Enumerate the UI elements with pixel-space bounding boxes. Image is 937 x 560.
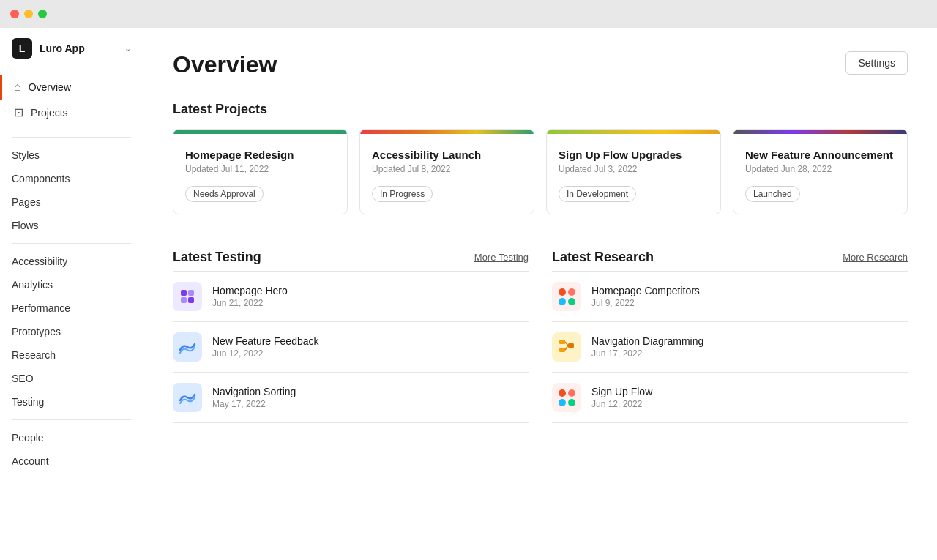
card-date: Updated Jul 11, 2022 <box>185 164 335 174</box>
list-item-info: Homepage Competitors Jul 9, 2022 <box>591 285 700 308</box>
sidebar-item-account[interactable]: Account <box>0 449 143 473</box>
sidebar-item-performance[interactable]: Performance <box>0 296 143 320</box>
project-card-new-feature[interactable]: New Feature Announcement Updated Jun 28,… <box>733 129 908 214</box>
card-title: Homepage Redesign <box>185 149 335 161</box>
sidebar-divider-2 <box>12 243 131 244</box>
latest-testing-title: Latest Testing <box>173 250 261 265</box>
sidebar-item-accessibility[interactable]: Accessibility <box>0 250 143 273</box>
svg-rect-0 <box>181 290 187 296</box>
list-item[interactable]: Navigation Sorting May 17, 2022 <box>173 373 529 422</box>
sidebar-item-overview[interactable]: ⌂ Overview <box>0 75 143 100</box>
card-date: Updated Jul 3, 2022 <box>559 164 709 174</box>
sidebar-item-label: Overview <box>29 81 71 93</box>
project-card-homepage-redesign[interactable]: Homepage Redesign Updated Jul 11, 2022 N… <box>173 129 348 214</box>
list-item-date: Jun 12, 2022 <box>212 348 319 359</box>
latest-projects-section: Latest Projects Homepage Redesign Update… <box>173 102 908 214</box>
list-item-date: Jun 21, 2022 <box>212 298 288 308</box>
minimize-button[interactable] <box>24 10 33 18</box>
brand-logo: L <box>12 38 32 59</box>
projects-grid: Homepage Redesign Updated Jul 11, 2022 N… <box>173 129 908 214</box>
main-nav: ⌂ Overview ⊡ Projects <box>0 69 143 131</box>
testing-icon-new-feature-feedback <box>173 332 202 362</box>
project-card-accessibility-launch[interactable]: Accessibility Launch Updated Jul 8, 2022… <box>359 129 534 214</box>
settings-button[interactable]: Settings <box>845 51 908 75</box>
card-badge: In Development <box>559 186 636 202</box>
list-item-name: Homepage Hero <box>212 285 288 296</box>
sidebar-item-testing[interactable]: Testing <box>0 390 143 414</box>
secondary-nav: Styles Components Pages Flows <box>0 143 143 237</box>
research-icon-navigation-diagramming <box>552 332 581 362</box>
sidebar-item-flows[interactable]: Flows <box>0 214 143 237</box>
sidebar-item-seo[interactable]: SEO <box>0 367 143 390</box>
tertiary-nav: Accessibility Analytics Performance Prot… <box>0 250 143 414</box>
list-item-info: Homepage Hero Jun 21, 2022 <box>212 285 288 308</box>
page-title: Overview <box>173 51 277 78</box>
more-research-link[interactable]: More Research <box>843 252 908 263</box>
chevron-down-icon: ⌄ <box>124 44 131 53</box>
svg-rect-4 <box>559 340 565 344</box>
svg-rect-5 <box>559 348 565 352</box>
list-item[interactable]: New Feature Feedback Jun 12, 2022 <box>173 322 529 372</box>
list-item[interactable]: Homepage Competitors Jul 9, 2022 <box>552 272 908 321</box>
sidebar-item-research[interactable]: Research <box>0 343 143 367</box>
sidebar-divider-1 <box>12 137 131 138</box>
list-item[interactable]: Homepage Hero Jun 21, 2022 <box>173 272 529 321</box>
list-item-info: Navigation Diagramming Jun 17, 2022 <box>591 335 703 359</box>
brand-header[interactable]: L Luro App ⌄ <box>0 28 143 69</box>
latest-sections: Latest Testing More Testing <box>173 250 908 423</box>
page-header: Overview Settings <box>173 51 908 78</box>
latest-testing-section: Latest Testing More Testing <box>173 250 529 423</box>
svg-rect-1 <box>188 290 194 296</box>
svg-rect-2 <box>181 297 187 303</box>
sidebar-item-people[interactable]: People <box>0 426 143 449</box>
list-item-info: Navigation Sorting May 17, 2022 <box>212 386 296 409</box>
sidebar-item-prototypes[interactable]: Prototypes <box>0 320 143 343</box>
svg-line-8 <box>565 346 568 350</box>
card-title: Sign Up Flow Upgrades <box>559 149 709 161</box>
list-item[interactable]: Sign Up Flow Jun 12, 2022 <box>552 373 908 422</box>
svg-rect-3 <box>188 297 194 303</box>
sidebar-item-styles[interactable]: Styles <box>0 143 143 167</box>
list-divider <box>173 422 529 423</box>
svg-rect-6 <box>568 343 574 348</box>
brand-name: Luro App <box>40 42 85 54</box>
sidebar: L Luro App ⌄ ⌂ Overview ⊡ Projects Style… <box>0 28 143 560</box>
list-divider <box>552 422 908 423</box>
list-item-date: May 17, 2022 <box>212 399 296 409</box>
maximize-button[interactable] <box>38 10 47 18</box>
sidebar-item-analytics[interactable]: Analytics <box>0 273 143 296</box>
list-item-date: Jul 9, 2022 <box>591 298 700 308</box>
svg-line-7 <box>565 342 568 346</box>
list-item-name: Navigation Diagramming <box>591 335 703 347</box>
more-testing-link[interactable]: More Testing <box>474 252 529 263</box>
list-item-date: Jun 17, 2022 <box>591 348 703 359</box>
latest-research-title: Latest Research <box>552 250 654 265</box>
list-item[interactable]: Navigation Diagramming Jun 17, 2022 <box>552 322 908 372</box>
folder-icon: ⊡ <box>14 105 23 119</box>
testing-icon-navigation-sorting <box>173 383 202 412</box>
list-item-name: Homepage Competitors <box>591 285 700 296</box>
card-title: Accessibility Launch <box>372 149 522 161</box>
list-item-name: Sign Up Flow <box>591 386 652 397</box>
card-badge: In Progress <box>372 186 433 202</box>
sidebar-item-label: Projects <box>31 107 68 119</box>
list-item-info: New Feature Feedback Jun 12, 2022 <box>212 335 319 359</box>
testing-section-header: Latest Testing More Testing <box>173 250 529 265</box>
card-date: Updated Jul 8, 2022 <box>372 164 522 174</box>
latest-research-section: Latest Research More Research <box>552 250 908 423</box>
card-title: New Feature Announcement <box>745 149 895 161</box>
sidebar-item-components[interactable]: Components <box>0 167 143 190</box>
bottom-nav: People Account <box>0 426 143 473</box>
close-button[interactable] <box>10 10 19 18</box>
main-content: Overview Settings Latest Projects Homepa… <box>143 28 937 560</box>
sidebar-item-projects[interactable]: ⊡ Projects <box>0 100 143 125</box>
card-badge: Needs Approval <box>185 186 264 202</box>
project-card-sign-up-flow[interactable]: Sign Up Flow Upgrades Updated Jul 3, 202… <box>546 129 721 214</box>
list-item-info: Sign Up Flow Jun 12, 2022 <box>591 386 652 409</box>
research-section-header: Latest Research More Research <box>552 250 908 265</box>
latest-projects-title: Latest Projects <box>173 102 908 117</box>
card-body: Sign Up Flow Upgrades Updated Jul 3, 202… <box>547 134 720 214</box>
list-item-name: New Feature Feedback <box>212 335 319 347</box>
sidebar-item-pages[interactable]: Pages <box>0 190 143 214</box>
card-body: Accessibility Launch Updated Jul 8, 2022… <box>360 134 534 214</box>
